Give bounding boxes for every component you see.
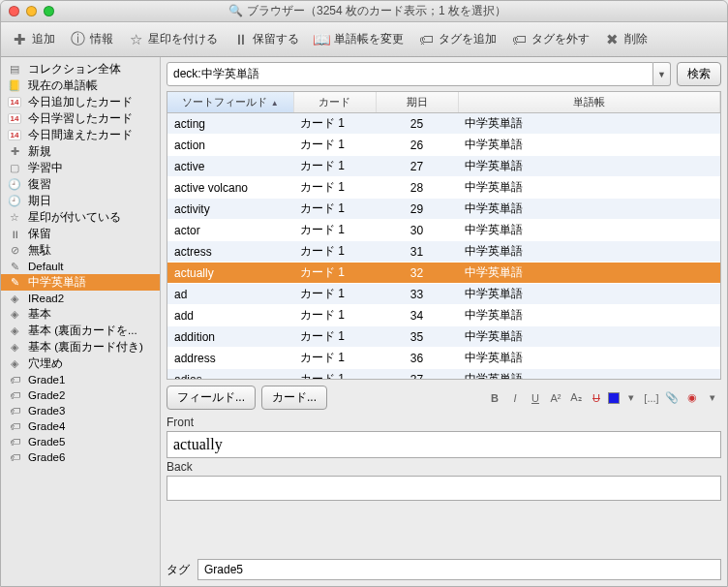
sidebar-item[interactable]: 🕘期日 [1, 193, 160, 209]
cloze-button[interactable]: [...] [643, 390, 660, 406]
color-swatch[interactable] [608, 392, 620, 404]
table-row[interactable]: adiosカード 137中学英単語 [167, 369, 720, 381]
star-icon: ☆ [127, 31, 144, 48]
hold-button[interactable]: ⏸保留する [228, 29, 303, 50]
cards-button[interactable]: カード... [261, 386, 327, 410]
sidebar-item[interactable]: ⊘無駄 [1, 242, 160, 259]
remove-tag-button[interactable]: 🏷タグを外す [506, 29, 593, 50]
table-row[interactable]: addressカード 136中学英単語 [167, 348, 720, 369]
search-input[interactable] [167, 62, 653, 86]
table-row[interactable]: activeカード 127中学英単語 [167, 156, 720, 177]
sidebar-item[interactable]: ◈基本 (裏面カードを... [1, 323, 160, 339]
search-dropdown[interactable]: ▼ [653, 62, 671, 86]
sidebar-item[interactable]: 🏷Grade3 [1, 403, 160, 418]
table-row[interactable]: actingカード 125中学英単語 [167, 113, 720, 135]
sidebar-item[interactable]: 🏷Grade2 [1, 387, 160, 403]
italic-button[interactable]: I [506, 390, 524, 406]
table-row[interactable]: additionカード 135中学英単語 [167, 326, 720, 348]
table-row[interactable]: activityカード 129中学英単語 [167, 199, 720, 220]
sidebar-item[interactable]: 14今日間違えたカード [1, 127, 160, 143]
star-button[interactable]: ☆星印を付ける [123, 29, 222, 50]
label-icon: 🏷 [7, 450, 22, 464]
sidebar-item[interactable]: 14今日学習したカード [1, 110, 160, 127]
column-header[interactable]: ソートフィールド▲ [167, 92, 293, 113]
sidebar-item[interactable]: ▢学習中 [1, 160, 160, 176]
sidebar-item[interactable]: ◈IRead2 [1, 291, 160, 306]
cell: 中学英単語 [458, 220, 720, 241]
info-button[interactable]: ⓘ情報 [65, 29, 117, 50]
remove-format-button[interactable]: U [588, 390, 605, 406]
record-button[interactable]: ◉ [683, 390, 701, 406]
cell: 中学英単語 [458, 369, 720, 381]
add-tag-button[interactable]: 🏷タグを追加 [413, 29, 500, 50]
cell: カード 1 [293, 369, 376, 381]
sidebar-item[interactable]: 🕘復習 [1, 176, 160, 193]
attach-button[interactable]: 📎 [663, 390, 681, 406]
book-icon: 📖 [313, 31, 330, 48]
sidebar-item[interactable]: 📒現在の単語帳 [1, 77, 160, 94]
sidebar-item[interactable]: ⏸保留 [1, 226, 160, 242]
color-dropdown[interactable]: ▾ [622, 390, 640, 406]
table-row[interactable]: actressカード 131中学英単語 [167, 241, 720, 263]
search-button[interactable]: 検索 [677, 62, 721, 86]
cell: カード 1 [293, 135, 376, 156]
table-row[interactable]: addカード 134中学英単語 [167, 305, 720, 326]
cell: 31 [376, 241, 458, 263]
back-field[interactable] [167, 476, 721, 501]
table-row[interactable]: adカード 133中学英単語 [167, 284, 720, 305]
star-icon: ☆ [7, 211, 22, 225]
sidebar-item[interactable]: ◈穴埋め [1, 355, 160, 372]
add-button[interactable]: ✚追加 [7, 29, 59, 50]
superscript-button[interactable]: A² [547, 390, 564, 406]
sidebar-item[interactable]: ✎中学英単語 [1, 274, 160, 291]
sidebar-item[interactable]: 🏷Grade6 [1, 449, 160, 465]
sidebar-item[interactable]: ◈基本 [1, 306, 160, 323]
table-row[interactable]: actionカード 126中学英単語 [167, 135, 720, 156]
search-icon: 🔍 [228, 4, 243, 17]
cell: 中学英単語 [458, 284, 720, 305]
sidebar: ▤コレクション全体📒現在の単語帳14今日追加したカード14今日学習したカード14… [1, 57, 161, 586]
sidebar-item[interactable]: ◈基本 (裏面カード付き) [1, 339, 160, 355]
sidebar-item[interactable]: ✚新規 [1, 143, 160, 160]
change-deck-button[interactable]: 📖単語帳を変更 [309, 29, 408, 50]
table-row[interactable]: actuallyカード 132中学英単語 [167, 263, 720, 284]
front-field[interactable] [167, 431, 721, 458]
cell: 中学英単語 [458, 305, 720, 326]
cell: activity [167, 199, 293, 220]
column-header[interactable]: 期日 [376, 92, 458, 113]
card-table: ソートフィールド▲カード期日単語帳 actingカード 125中学英単語acti… [167, 91, 721, 380]
table-row[interactable]: active volcanoカード 128中学英単語 [167, 177, 720, 199]
sidebar-item-label: Grade2 [28, 389, 65, 401]
cell: カード 1 [293, 326, 376, 348]
subscript-button[interactable]: A₂ [567, 390, 585, 406]
underline-button[interactable]: U [527, 390, 544, 406]
sidebar-item[interactable]: ✎Default [1, 259, 160, 274]
fields-button[interactable]: フィールド... [167, 386, 256, 410]
cell: 中学英単語 [458, 199, 720, 220]
cell: 26 [376, 135, 458, 156]
sidebar-item[interactable]: 14今日追加したカード [1, 94, 160, 110]
cell: actually [167, 263, 293, 284]
column-header[interactable]: カード [293, 92, 376, 113]
tag-minus-icon: 🏷 [510, 31, 528, 48]
label-icon: 🏷 [7, 388, 22, 402]
bold-button[interactable]: B [486, 390, 503, 406]
sidebar-item[interactable]: 🏷Grade1 [1, 372, 160, 387]
column-header[interactable]: 単語帳 [458, 92, 720, 113]
cell: add [167, 305, 293, 326]
sidebar-item-label: 穴埋め [28, 356, 63, 371]
tag-input[interactable] [197, 559, 721, 580]
sidebar-item[interactable]: ▤コレクション全体 [1, 61, 160, 77]
more-button[interactable]: ▾ [704, 390, 721, 406]
sidebar-item-label: Grade5 [28, 436, 65, 448]
cell: 中学英単語 [458, 156, 720, 177]
delete-button[interactable]: ✖削除 [599, 29, 652, 50]
sidebar-item[interactable]: ☆星印が付いている [1, 209, 160, 226]
sidebar-item[interactable]: 🏷Grade4 [1, 418, 160, 434]
cell: 中学英単語 [458, 326, 720, 348]
window-title: 🔍ブラウザー（3254 枚のカード表示；1 枚を選択） [15, 3, 719, 19]
sidebar-item[interactable]: 🏷Grade5 [1, 434, 160, 449]
table-row[interactable]: actorカード 130中学英単語 [167, 220, 720, 241]
titlebar: 🔍ブラウザー（3254 枚のカード表示；1 枚を選択） [1, 1, 727, 22]
cell: actress [167, 241, 293, 263]
